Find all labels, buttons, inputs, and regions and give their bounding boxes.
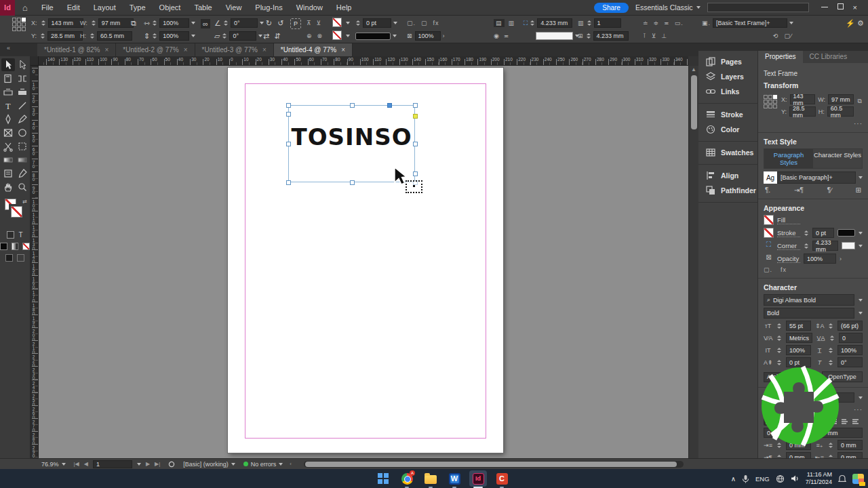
widgets-icon[interactable] [852, 474, 864, 484]
chrome-icon[interactable]: A [398, 470, 416, 487]
dock-item-pages[interactable]: Pages [698, 54, 757, 69]
speaker-icon[interactable] [791, 474, 800, 483]
chevron-down-icon[interactable] [859, 232, 863, 235]
chevron-down-icon[interactable] [258, 35, 262, 37]
share-button[interactable]: Share [594, 3, 629, 13]
flip-vertical-icon[interactable]: ⇵ [274, 32, 280, 41]
chevron-down-icon[interactable] [231, 463, 235, 466]
distribute-left-icon[interactable]: ⊺ [643, 33, 647, 39]
text-frame-options-icon[interactable]: ▤ [494, 19, 505, 27]
word-icon[interactable]: W [446, 470, 463, 487]
language-indicator[interactable]: ENG [755, 475, 770, 483]
fit-frame-icon[interactable]: ⊻ [317, 20, 322, 26]
import-styles-icon[interactable]: ⇥¶ [794, 186, 804, 194]
prev-page-icon[interactable]: ◀ [84, 461, 88, 467]
horizontal-scale-stepper[interactable] [828, 348, 833, 353]
home-icon[interactable]: ⌂ [15, 3, 35, 13]
menu-table[interactable]: Table [188, 1, 218, 14]
settings-gear-icon[interactable]: ⚙ [857, 19, 864, 28]
scale-x-field[interactable]: 100% [159, 18, 189, 28]
drop-shadow-icon[interactable]: ▢ [421, 20, 428, 26]
corner-stepper[interactable] [804, 243, 809, 249]
leading-field[interactable]: (66 pt) [837, 321, 863, 331]
props-x-field[interactable]: 143 mm [790, 94, 816, 104]
page-number-field[interactable]: 1 [93, 460, 132, 468]
redefine-style-icon[interactable]: ▢∕ [785, 33, 793, 39]
corner-options-icon[interactable]: ▢. [407, 20, 416, 26]
tracking-stepper[interactable] [829, 336, 835, 341]
vertical-scale-stepper[interactable] [776, 348, 782, 353]
frame-text[interactable]: TOSINSO [289, 123, 414, 150]
vertical-scale-field[interactable]: 100% [786, 345, 811, 355]
fill-swatch[interactable] [332, 18, 342, 27]
opacity-field[interactable]: 100% [415, 31, 441, 41]
gradient-feather-tool[interactable] [16, 153, 29, 166]
ellipse-tool[interactable] [16, 126, 29, 139]
indesign-taskbar-icon[interactable]: Id [469, 470, 487, 487]
dock-item-layers[interactable]: Layers [698, 69, 757, 84]
menu-file[interactable]: File [35, 1, 60, 14]
scrollbar-thumb[interactable] [691, 75, 697, 129]
fit-content-icon[interactable]: ⊼ [307, 20, 312, 26]
opacity-label[interactable]: Opacity [777, 255, 800, 263]
gap-tool[interactable] [16, 72, 29, 85]
kerning-stepper[interactable] [776, 336, 782, 341]
rotate-cw-icon[interactable]: ↻ [266, 19, 272, 28]
dock-item-pathfinder[interactable]: Pathfinder [698, 183, 757, 198]
chevron-down-icon[interactable] [279, 463, 283, 466]
chevron-down-icon[interactable] [859, 396, 863, 399]
handle-top-left[interactable] [286, 103, 291, 108]
corner-label[interactable]: Corner [777, 242, 800, 250]
chevron-down-icon[interactable] [346, 35, 350, 37]
selection-tool[interactable] [1, 58, 15, 71]
tab-cc-libraries[interactable]: CC Libraries [803, 51, 854, 63]
corner-shape-swatch[interactable] [842, 242, 855, 249]
corner-options-icon[interactable]: ▢. [764, 266, 772, 273]
scale-y-stepper[interactable] [152, 33, 157, 39]
vertical-justify-icon[interactable]: ▥ [509, 20, 515, 26]
dock-item-color[interactable]: Color [698, 122, 757, 137]
close-tab-icon[interactable]: × [262, 46, 267, 54]
space-after-field[interactable]: 0 mm [837, 452, 863, 458]
first-page-icon[interactable]: |◀ [74, 461, 79, 467]
corner-field[interactable]: 4.233 mm [812, 241, 838, 251]
page[interactable]: TOSINSO [228, 68, 503, 453]
corner-edit-handle[interactable] [413, 114, 418, 119]
chevron-down-icon[interactable] [393, 35, 397, 37]
tab-properties[interactable]: Properties [758, 51, 803, 63]
tray-chevron-up-icon[interactable]: ∧ [731, 475, 736, 483]
chevron-down-icon[interactable] [789, 22, 793, 24]
scroll-left-icon[interactable]: ‹ [290, 461, 292, 467]
w-field[interactable]: 97 mm [98, 18, 134, 28]
microphone-icon[interactable] [742, 474, 749, 483]
menu-help[interactable]: Help [330, 1, 358, 14]
free-transform-tool[interactable] [16, 140, 29, 152]
object-style-field[interactable]: [Basic Text Frame]+ [713, 18, 787, 28]
handle-bottom-left[interactable] [286, 180, 291, 185]
gutter-field[interactable]: 4.233 mm [593, 31, 629, 41]
notification-bell-icon[interactable] [838, 474, 846, 483]
menu-view[interactable]: View [220, 1, 248, 14]
zoom-tool[interactable] [16, 180, 29, 193]
close-tab-icon[interactable]: × [104, 46, 108, 54]
align-away-spine-icon[interactable] [850, 417, 860, 426]
menu-edit[interactable]: Edit [61, 1, 86, 14]
formatting-affects-container-icon[interactable] [7, 231, 14, 239]
document-tab-1[interactable]: *Untitled-1 @ 82%× [37, 43, 116, 56]
chevron-down-icon[interactable] [393, 22, 397, 24]
handle-top-center[interactable] [350, 103, 355, 108]
handle-bottom-center[interactable] [350, 180, 355, 185]
apply-none-icon[interactable] [22, 243, 30, 250]
minimize-button[interactable] [821, 3, 828, 7]
columns-stepper[interactable] [587, 20, 592, 26]
dock-item-links[interactable]: Links [698, 84, 757, 99]
flip-horizontal-icon[interactable]: ⇄ [263, 32, 269, 41]
inset-field[interactable]: 4.233 mm [537, 18, 572, 28]
scrollbar-thumb[interactable] [305, 462, 677, 467]
shear-field[interactable]: 0° [229, 31, 256, 41]
kerning-field[interactable]: Metrics [786, 333, 812, 343]
chevron-down-icon[interactable] [191, 22, 195, 24]
type-tool[interactable]: T [1, 99, 15, 112]
handle-top-right[interactable] [413, 103, 418, 108]
tab-paragraph-styles[interactable]: Paragraph Styles [764, 149, 813, 168]
